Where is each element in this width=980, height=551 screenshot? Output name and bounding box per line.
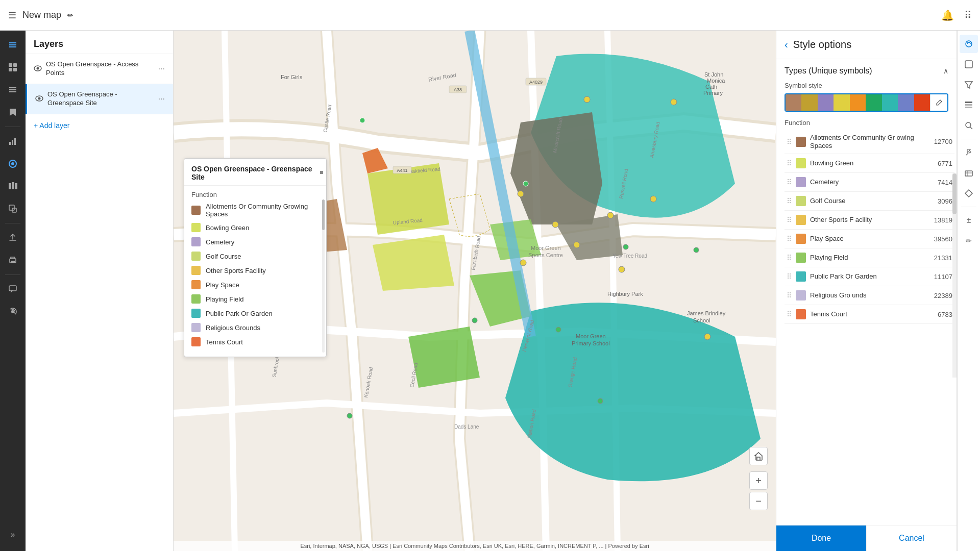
layer-visibility-toggle[interactable]: [34, 65, 42, 73]
svg-text:Primary School: Primary School: [572, 340, 610, 346]
layer-more-icon-2[interactable]: ···: [158, 94, 165, 104]
symbol-style-bar[interactable]: [785, 93, 948, 112]
fn-swatch-other-sports: [796, 215, 806, 225]
sidebar-item-chart[interactable]: [3, 131, 23, 152]
popup-item-other-sports: Other Sports Facility: [191, 266, 319, 275]
fn-name-playing-field: Playing Field: [810, 254, 925, 262]
svg-rect-85: [965, 102, 972, 103]
right-icon-diamond[interactable]: [960, 184, 978, 203]
drag-handle[interactable]: ⠿: [787, 291, 792, 299]
sidebar-item-bookmark[interactable]: [3, 102, 23, 122]
drag-handle[interactable]: ⠿: [787, 216, 792, 224]
sidebar-item-comment[interactable]: [3, 279, 23, 299]
function-item-golf[interactable]: ⠿ Golf Course 3096: [785, 192, 954, 211]
svg-rect-86: [965, 104, 972, 106]
sidebar-item-export[interactable]: [3, 228, 23, 248]
function-item-bowling[interactable]: ⠿ Bowling Green 6771: [785, 154, 954, 173]
notification-icon[interactable]: 🔔: [941, 9, 954, 21]
right-icon-data[interactable]: [960, 164, 978, 182]
drag-handle[interactable]: ⠿: [787, 235, 792, 243]
fn-count-bowling: 6771: [929, 160, 952, 167]
sidebar-item-data[interactable]: [3, 154, 23, 174]
right-icon-edit[interactable]: ✏: [960, 232, 978, 250]
popup-label-golf: Golf Course: [206, 253, 241, 260]
svg-text:For Girls: For Girls: [281, 74, 303, 80]
hamburger-icon[interactable]: ☰: [8, 10, 16, 21]
svg-rect-8: [9, 89, 16, 90]
symbol-bar-edit-button[interactable]: [930, 94, 947, 111]
function-item-playing-field[interactable]: ⠿ Playing Field 21331: [785, 248, 954, 267]
home-button[interactable]: [749, 447, 768, 465]
svg-point-81: [523, 181, 528, 186]
function-list[interactable]: ⠿ Allotments Or Community Gr owing Space…: [776, 130, 957, 525]
function-item-play-space[interactable]: ⠿ Play Space 39560: [785, 230, 954, 248]
drag-handle[interactable]: ⠿: [787, 197, 792, 205]
popup-swatch-religious: [191, 323, 201, 332]
function-item-allotments[interactable]: ⠿ Allotments Or Community Gr owing Space…: [785, 130, 954, 154]
zoom-out-button[interactable]: −: [749, 492, 768, 510]
svg-text:Dads Lane: Dads Lane: [454, 424, 479, 430]
function-item-tennis[interactable]: ⠿ Tennis Court 6783: [785, 305, 954, 324]
sidebar-item-map[interactable]: [3, 176, 23, 196]
layer-name-2: OS Open Greenspace - Greenspace Site: [47, 90, 154, 108]
symbol-color-7: [882, 94, 898, 111]
right-icon-table[interactable]: [960, 96, 978, 114]
drag-handle[interactable]: ⠿: [787, 138, 792, 146]
right-icon-style[interactable]: [960, 35, 978, 53]
back-button[interactable]: ‹: [785, 39, 788, 51]
sidebar-collapse[interactable]: »: [3, 524, 23, 545]
fn-swatch-public-park: [796, 271, 806, 282]
sidebar-item-print[interactable]: [3, 250, 23, 270]
popup-body[interactable]: Function Allotments Or Community Growing…: [184, 186, 326, 357]
fn-count-other-sports: 13819: [929, 216, 952, 224]
cancel-button[interactable]: Cancel: [866, 525, 957, 551]
function-item-other-sports[interactable]: ⠿ Other Sports F acility 13819: [785, 211, 954, 230]
drag-handle[interactable]: ⠿: [787, 178, 792, 186]
layer-visibility-toggle-2[interactable]: [35, 95, 43, 103]
edit-title-icon[interactable]: ✏: [67, 11, 74, 19]
popup-swatch-other-sports: [191, 266, 201, 275]
popup-item-religious: Religious Grounds: [191, 323, 319, 332]
right-icon-filter[interactable]: [960, 76, 978, 94]
apps-icon[interactable]: ⠿: [964, 9, 972, 21]
layer-item-access-points[interactable]: OS Open Greenspace - Access Points ···: [26, 54, 173, 84]
symbol-color-2: [801, 94, 817, 111]
layer-more-icon[interactable]: ···: [158, 64, 165, 73]
panel-scrollbar-thumb[interactable]: [952, 173, 957, 214]
sidebar-item-broadcast[interactable]: [3, 302, 23, 322]
drag-handle[interactable]: ⠿: [787, 272, 792, 281]
svg-point-80: [360, 118, 365, 123]
function-item-cemetery[interactable]: ⠿ Cemetery 7414: [785, 173, 954, 192]
drag-handle[interactable]: ⠿: [787, 254, 792, 262]
layer-item-greenspace-site[interactable]: OS Open Greenspace - Greenspace Site ···: [26, 84, 173, 114]
popup-scrollbar-thumb[interactable]: [322, 199, 325, 230]
drag-handle[interactable]: ⠿: [787, 159, 792, 167]
done-button[interactable]: Done: [776, 525, 866, 551]
popup-item-allotments: Allotments Or Community Growing Spaces: [191, 203, 319, 218]
svg-point-71: [520, 260, 526, 266]
fn-swatch-cemetery: [796, 177, 806, 187]
sidebar-item-list[interactable]: [3, 80, 23, 100]
function-item-public-park[interactable]: ⠿ Public Park Or Garden 11107: [785, 267, 954, 286]
right-icon-search[interactable]: [960, 116, 978, 135]
drag-handle[interactable]: ⠿: [787, 310, 792, 318]
right-icon-plus-minus[interactable]: ±: [960, 211, 978, 230]
map-background[interactable]: River Road Bouri Brook Oakfield Road Upl…: [174, 31, 776, 551]
map-controls: + −: [749, 447, 768, 510]
sidebar-item-edit[interactable]: [3, 198, 23, 219]
fn-count-golf: 3096: [929, 197, 952, 205]
sidebar-item-layers[interactable]: [3, 35, 23, 55]
function-item-religious[interactable]: ⠿ Religious Gro unds 22389: [785, 286, 954, 305]
sidebar-item-grid[interactable]: [3, 57, 23, 78]
map-attribution: Esri, Intermap, NASA, NGA, USGS | Esri C…: [174, 541, 776, 551]
zoom-in-button[interactable]: +: [749, 471, 768, 490]
right-icon-tools[interactable]: [960, 143, 978, 162]
types-title: Types (Unique symbols): [785, 66, 872, 76]
right-icon-props[interactable]: [960, 55, 978, 73]
collapse-types-button[interactable]: ∧: [943, 67, 948, 75]
right-strip-divider-2: [961, 207, 976, 207]
fn-swatch-bowling: [796, 158, 806, 168]
svg-point-70: [574, 242, 580, 248]
add-layer-button[interactable]: + Add layer: [26, 114, 173, 137]
symbol-style-label: Symbol style: [785, 82, 948, 89]
